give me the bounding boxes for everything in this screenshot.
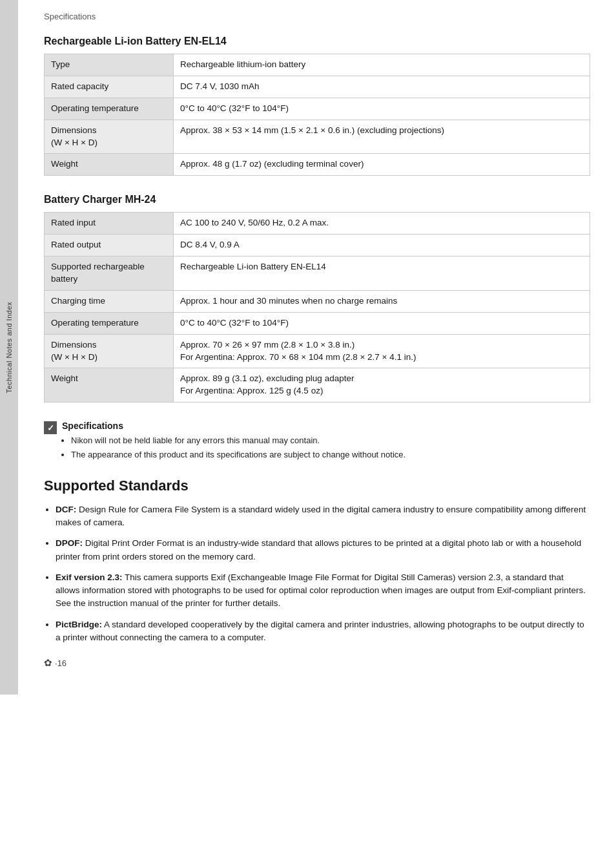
row-label: Dimensions (W × H × D) bbox=[45, 120, 174, 154]
row-label: Dimensions (W × H × D) bbox=[45, 334, 174, 368]
table-row: WeightApprox. 89 g (3.1 oz), excluding p… bbox=[45, 368, 590, 403]
sun-icon: ✿ bbox=[44, 657, 52, 669]
row-value: Approx. 48 g (1.7 oz) (excluding termina… bbox=[174, 154, 590, 176]
row-label: Weight bbox=[45, 368, 174, 403]
note-icon: ✓ bbox=[44, 421, 57, 434]
battery-section-title: Rechargeable Li-ion Battery EN-EL14 bbox=[44, 36, 590, 47]
term: DCF: bbox=[56, 505, 76, 514]
note-content: Specifications Nikon will not be held li… bbox=[62, 421, 406, 463]
list-item: DCF: Design Rule for Camera File System … bbox=[56, 503, 590, 530]
row-label: Supported rechargeable battery bbox=[45, 257, 174, 291]
page-number: ✿ ·16 bbox=[44, 657, 590, 669]
note-title: Specifications bbox=[62, 421, 406, 431]
row-value: DC 7.4 V, 1030 mAh bbox=[174, 76, 590, 98]
term: DPOF: bbox=[56, 538, 83, 548]
table-row: Operating temperature0°C to 40°C (32°F t… bbox=[45, 312, 590, 334]
table-row: TypeRechargeable lithium-ion battery bbox=[45, 54, 590, 76]
row-value: Approx. 38 × 53 × 14 mm (1.5 × 2.1 × 0.6… bbox=[174, 120, 590, 154]
standards-list: DCF: Design Rule for Camera File System … bbox=[44, 503, 590, 644]
table-row: Rated inputAC 100 to 240 V, 50/60 Hz, 0.… bbox=[45, 213, 590, 235]
row-label: Type bbox=[45, 54, 174, 76]
row-value: AC 100 to 240 V, 50/60 Hz, 0.2 A max. bbox=[174, 213, 590, 235]
row-value: Approx. 70 × 26 × 97 mm (2.8 × 1.0 × 3.8… bbox=[174, 334, 590, 368]
term: Exif version 2.3: bbox=[56, 572, 123, 582]
list-item: PictBridge: A standard developed coopera… bbox=[56, 618, 590, 645]
charger-section-title: Battery Charger MH-24 bbox=[44, 194, 590, 205]
table-row: Operating temperature0°C to 40°C (32°F t… bbox=[45, 98, 590, 120]
main-content: Specifications Rechargeable Li-ion Batte… bbox=[18, 0, 616, 695]
row-label: Rated input bbox=[45, 213, 174, 235]
row-label: Weight bbox=[45, 154, 174, 176]
supported-standards-title: Supported Standards bbox=[44, 477, 590, 494]
row-value: Approx. 89 g (3.1 oz), excluding plug ad… bbox=[174, 368, 590, 403]
row-label: Rated output bbox=[45, 235, 174, 257]
row-label: Rated capacity bbox=[45, 76, 174, 98]
page-num-text: ·16 bbox=[55, 658, 67, 668]
table-row: Dimensions (W × H × D)Approx. 38 × 53 × … bbox=[45, 120, 590, 154]
breadcrumb: Specifications bbox=[44, 12, 590, 21]
term: PictBridge: bbox=[56, 620, 102, 629]
row-value: DC 8.4 V, 0.9 A bbox=[174, 235, 590, 257]
row-label: Operating temperature bbox=[45, 312, 174, 334]
battery-spec-table: TypeRechargeable lithium-ion batteryRate… bbox=[44, 54, 590, 176]
row-label: Charging time bbox=[45, 290, 174, 312]
note-box: ✓ Specifications Nikon will not be held … bbox=[44, 421, 590, 463]
list-item: The appearance of this product and its s… bbox=[71, 449, 406, 461]
sidebar-label: Technical Notes and Index bbox=[5, 302, 13, 393]
table-row: Supported rechargeable batteryRechargeab… bbox=[45, 257, 590, 291]
table-row: Rated outputDC 8.4 V, 0.9 A bbox=[45, 235, 590, 257]
charger-spec-table: Rated inputAC 100 to 240 V, 50/60 Hz, 0.… bbox=[44, 212, 590, 403]
row-value: Rechargeable lithium-ion battery bbox=[174, 54, 590, 76]
row-value: 0°C to 40°C (32°F to 104°F) bbox=[174, 312, 590, 334]
row-value: Approx. 1 hour and 30 minutes when no ch… bbox=[174, 290, 590, 312]
row-label: Operating temperature bbox=[45, 98, 174, 120]
list-item: Exif version 2.3: This camera supports E… bbox=[56, 571, 590, 611]
list-item: DPOF: Digital Print Order Format is an i… bbox=[56, 537, 590, 563]
table-row: Dimensions (W × H × D)Approx. 70 × 26 × … bbox=[45, 334, 590, 368]
row-value: Rechargeable Li-ion Battery EN-EL14 bbox=[174, 257, 590, 291]
table-row: WeightApprox. 48 g (1.7 oz) (excluding t… bbox=[45, 154, 590, 176]
row-value: 0°C to 40°C (32°F to 104°F) bbox=[174, 98, 590, 120]
table-row: Rated capacityDC 7.4 V, 1030 mAh bbox=[45, 76, 590, 98]
note-bullets-list: Nikon will not be held liable for any er… bbox=[62, 435, 406, 461]
page-footer: ✿ ·16 bbox=[44, 657, 590, 669]
sidebar: Technical Notes and Index bbox=[0, 0, 18, 695]
list-item: Nikon will not be held liable for any er… bbox=[71, 435, 406, 447]
table-row: Charging timeApprox. 1 hour and 30 minut… bbox=[45, 290, 590, 312]
